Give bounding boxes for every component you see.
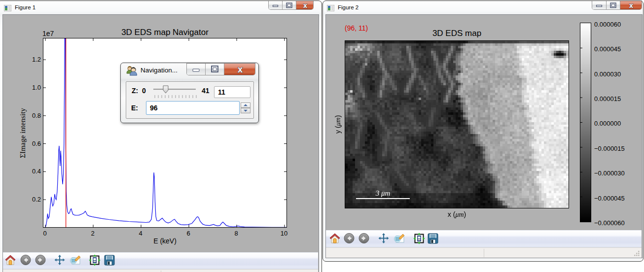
svg-text:x: x	[303, 1, 307, 9]
svg-text:x: x	[238, 65, 243, 74]
svg-text:x: x	[629, 1, 633, 9]
